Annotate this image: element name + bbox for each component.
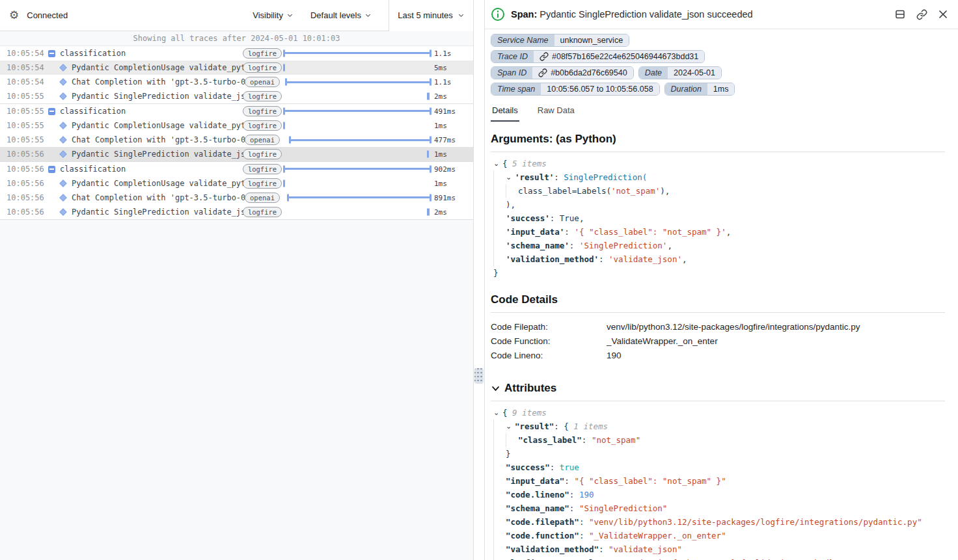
tab-raw-data[interactable]: Raw Data [536,102,576,122]
kv-label: Code Filepath: [491,320,607,334]
span-metadata-chips: Service Name unknown_service Trace ID #0… [485,29,836,98]
span-name: Chat Completion with 'gpt-3.5-turbo-0613… [72,77,247,87]
code-token: "schema_name" [506,501,569,515]
indent-guide [506,433,518,447]
span-id-chip[interactable]: Span ID #b0b6da2d76c69540 [491,66,634,79]
code-token: : { [554,420,573,433]
trace-row[interactable]: 10:05:56 Pydantic CompletionUsage valida… [0,176,473,191]
indent-guide [493,501,506,515]
gear-icon[interactable]: ⚙ [9,10,19,21]
span-id-value: #b0b6da2d76c69540 [551,68,627,77]
code-token: : [582,433,592,447]
code-token: "{ "class_label": "not_spam" }" [574,474,726,488]
trace-row[interactable]: 10:05:56 Pydantic SinglePrediction valid… [0,205,473,219]
collapse-toggle-icon[interactable] [47,108,56,115]
trace-row[interactable]: 10:05:56 Chat Completion with 'gpt-3.5-t… [0,191,473,205]
trace-row[interactable]: 10:05:55 Pydantic CompletionUsage valida… [0,118,473,133]
drag-handle[interactable] [474,368,484,384]
duration-bar-track [283,191,431,205]
scope-badge-wrap: logfire [247,106,278,116]
code-line: ⌄'result': SinglePrediction( [493,170,945,184]
code-token: 'result' [515,170,554,184]
diamond-icon [59,78,66,85]
trace-row[interactable]: 10:05:56 classification logfire 902ms [0,162,473,176]
code-token: : [550,460,560,474]
chip-label: Date [639,67,668,79]
default-levels-dropdown[interactable]: Default levels [310,10,372,20]
code-line: "success": true [493,460,945,474]
code-token: "success" [506,460,550,474]
code-token: "input_data" [506,474,564,488]
code-token: : [554,170,564,184]
trace-row[interactable]: 10:05:54 Pydantic CompletionUsage valida… [0,60,473,75]
scope-badge: logfire [243,106,282,116]
duration-label: 2ms [434,92,471,101]
visibility-dropdown[interactable]: Visibility [253,10,294,20]
code-token: : [569,501,579,515]
minus-square-icon [48,166,55,173]
time-range-label: Last 5 minutes [398,10,453,20]
indent-guide [493,252,506,266]
span-title: Span: Pydantic SinglePrediction validate… [511,9,889,20]
collapse-caret-icon[interactable]: ⌄ [493,157,502,170]
scope-badge-wrap: logfire [247,207,278,217]
tab-details[interactable]: Details [491,102,519,122]
trace-row[interactable]: 10:05:55 Pydantic SinglePrediction valid… [0,89,473,103]
trace-group: 10:05:54 classification logfire 1.1s 10:… [0,46,473,104]
span-name: Pydantic SinglePrediction validate_json [72,92,247,101]
panel-layout-icon[interactable] [895,9,905,20]
scope-badge-wrap: logfire [247,149,278,159]
indent-guide [493,556,506,560]
duration-bar [285,79,431,86]
duration-bar [283,108,431,115]
duration-bar [427,209,429,216]
indent-guide [493,225,506,239]
span-kind-icon [59,137,68,142]
code-line: 'input_data': '{ "class_label": "not_spa… [493,225,945,239]
attributes-heading[interactable]: Attributes [491,382,945,395]
code-token: 190 [579,488,594,501]
scope-badge-wrap: logfire [247,62,278,73]
collapse-caret-icon[interactable]: ⌄ [506,170,515,184]
trace-timestamp: 10:05:56 [7,207,43,217]
copy-link-icon[interactable] [916,9,927,20]
app: ⚙ Connected Visibility Default levels La… [0,0,958,560]
code-token: '{ "class_label": "not_spam" }' [574,225,726,239]
code-token: 1 items [573,420,608,433]
collapse-caret-icon[interactable]: ⌄ [493,406,502,420]
code-token: : [564,225,574,239]
collapse-toggle-icon[interactable] [47,166,56,173]
span-name: Pydantic SinglePrediction validate_json [72,207,247,217]
code-function-row: Code Function: _ValidateWrapper._on_ente… [491,334,945,349]
trace-id-chip[interactable]: Trace ID #08f57b165e22c4e625046944673bdd… [491,50,705,63]
duration-bar-track [283,89,431,103]
code-token: } [493,266,499,280]
diamond-icon [59,150,66,157]
close-icon[interactable] [938,10,948,19]
trace-row-selected[interactable]: 10:05:56 Pydantic SinglePrediction valid… [0,147,473,161]
code-token: "SinglePrediction" [579,501,667,515]
detail-content: Arguments: (as Python) ⌄{ 5 items⌄'resul… [485,133,958,560]
code-token: { [502,157,512,170]
duration-bar-track [283,176,431,191]
trace-row[interactable]: 10:05:55 classification logfire 491ms [0,104,473,118]
trace-row[interactable]: 10:05:55 Chat Completion with 'gpt-3.5-t… [0,133,473,147]
duration-label: 1.1s [434,78,471,87]
span-kind-icon [59,209,68,215]
time-range-dropdown[interactable]: Last 5 minutes [389,0,473,31]
trace-row[interactable]: 10:05:54 classification logfire 1.1s [0,46,473,60]
trace-row[interactable]: 10:05:54 Chat Completion with 'gpt-3.5-t… [0,75,473,89]
collapse-caret-icon[interactable]: ⌄ [506,420,515,433]
code-token: { [502,406,512,420]
trace-timestamp: 10:05:55 [7,135,43,144]
scope-badge-wrap: openai [247,77,278,87]
collapse-toggle-icon[interactable] [47,50,56,57]
code-token: ), [506,198,515,211]
code-token: 9 items [512,406,547,420]
visibility-label: Visibility [253,10,283,20]
scope-badge: logfire [243,207,282,217]
duration-bar-track [283,205,431,219]
duration-bar [427,151,429,158]
header-actions [895,9,948,20]
code-token: "validation_method" [506,542,599,556]
